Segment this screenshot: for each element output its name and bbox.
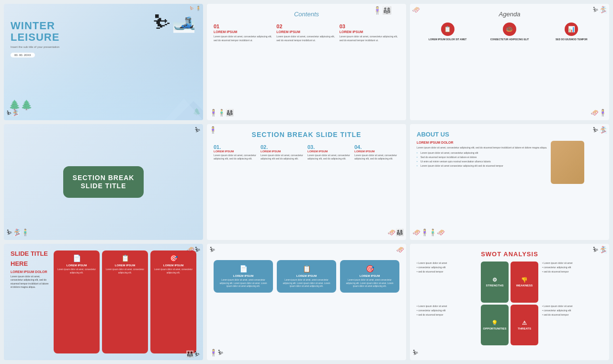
swot-right-column: Lorem ipsum dolor sit amet consectetur a…: [542, 262, 602, 345]
slide-2-contents: 🧍‍♀️👨‍👩‍👧 Contents 01 LOREM IPSUM Lorem …: [207, 4, 406, 120]
slide5-col1-text: Lorem ipsum dolor sit amet, consectetur …: [214, 154, 259, 160]
blue-card-2-text: Lorem ipsum dolor sit amet, amet consect…: [281, 279, 332, 288]
slide8-bottom-figure: 🧍‍♀️⛷: [209, 349, 224, 356]
slide6-subtitle: LOREM IPSUM DOLOR: [417, 141, 547, 144]
section-break-title-line1: SECTION BREAK: [73, 174, 135, 182]
swot-threats-icon: ⚠: [522, 320, 527, 326]
agenda-item-1: 📋 LOREM IPSUM DOLOR SIT AMET: [417, 23, 478, 41]
bullet-2: Sed do eiusmod tempor incididunt ut labo…: [417, 156, 547, 159]
slide1-subtitle: Insert the sub title of your presentatio…: [11, 45, 196, 49]
agenda-label-3: SED DO EIUSMOD TEMPOR: [541, 38, 602, 41]
slide-6-about-us: ⛷🏂 ABOUT US LOREM IPSUM DOLOR Lorem ipsu…: [410, 124, 609, 240]
bullet-1: Lorem ipsum dolor sit amet, consectetur …: [417, 151, 547, 155]
agenda-circle-1: 📋: [441, 23, 454, 36]
slide5-col4-text: Lorem ipsum dolor sit amet, consectetur …: [354, 154, 399, 160]
slide6-bottom-figures: 🛷🧍‍♀️🧍‍♂️🛷: [412, 228, 445, 236]
blue-card-2-icon: 📋: [281, 265, 332, 273]
col3-title: LOREM IPSUM: [340, 30, 399, 34]
red-card-3-icon: 🎯: [153, 254, 194, 262]
slide3-agenda-icons: 📋 LOREM IPSUM DOLOR SIT AMET 🍩 CONSECTET…: [417, 23, 602, 41]
slide9-title: SWOT ANALYSIS: [417, 250, 602, 258]
slide5-top-figure-left: 🧍‍♀️: [209, 126, 217, 134]
content-col-2: 02 LOREM IPSUM Lorem ipsum dolor sit ame…: [276, 23, 336, 42]
blue-card-3: 🎯 LOREM IPSUM Lorem ipsum dolor sit amet…: [340, 260, 399, 293]
red-card-1-text: Lorem ipsum dolor sit amet, consectetur …: [56, 268, 97, 274]
slide7-text: Lorem ipsum dolor sit amet, consectetur …: [11, 275, 49, 289]
slide5-col-2: 02. LOREM IPSUM Lorem ipsum dolor sit am…: [261, 144, 306, 160]
slide2-bottom-figures: 🧍‍♀️🧍‍♂️👨‍👩‍👧: [209, 109, 234, 116]
content-col-1: 01 LOREM IPSUM Lorem ipsum dolor sit ame…: [214, 23, 273, 42]
swot-weakness-label: WEAKNESS: [516, 284, 533, 287]
col1-title: LOREM IPSUM: [214, 30, 273, 34]
slide7-subtitle: LOREM IPSUM DOLOR: [11, 270, 49, 273]
slide7-red-cards: 📄 LOREM IPSUM Lorem ipsum dolor sit amet…: [54, 250, 196, 353]
slide6-text-section: LOREM IPSUM DOLOR Lorem ipsum dolor sit …: [417, 141, 547, 184]
slide6-bullets: Lorem ipsum dolor sit amet, consectetur …: [417, 151, 547, 168]
blue-card-3-text: Lorem ipsum dolor sit amet, amet consect…: [344, 279, 396, 288]
col3-text: Lorem ipsum dolor sit amet, consectetur …: [340, 35, 399, 42]
red-card-3-text: Lorem ipsum dolor sit amet, consectetur …: [153, 268, 194, 274]
slide9-bottom-figure: ⛷: [412, 349, 419, 356]
slide5-col-1: 01. LOREM IPSUM Lorem ipsum dolor sit am…: [214, 144, 259, 160]
slide5-col4-num: 04.: [354, 144, 399, 150]
agenda-icon-1: 📋: [444, 26, 451, 33]
blue-card-1: 📄 LOREM IPSUM Lorem ipsum dolor sit amet…: [214, 260, 273, 293]
swot-layout: Lorem ipsum dolor sit amet consectetur a…: [417, 262, 602, 345]
slide6-top-figure: ⛷🏂: [592, 126, 607, 134]
slide5-col3-num: 03.: [307, 144, 352, 150]
slide5-col1-num: 01.: [214, 144, 259, 150]
swot-left-column: Lorem ipsum dolor sit amet consectetur a…: [417, 262, 477, 345]
swot-left-bot-1: Lorem ipsum dolor sit amet: [417, 305, 477, 308]
blue-card-2: 📋 LOREM IPSUM Lorem ipsum dolor sit amet…: [277, 260, 336, 293]
red-card-2: 📋 LOREM IPSUM Lorem ipsum dolor sit amet…: [102, 250, 148, 353]
col2-text: Lorem ipsum dolor sit amet, consectetur …: [276, 35, 336, 42]
slide7-top-figure: 🛷⛷: [186, 246, 201, 253]
swot-right-top-2: consectetur adipiscing elit: [542, 266, 602, 269]
slide5-col1-title: LOREM IPSUM: [214, 150, 259, 153]
slide-7-slide-title: 🛷⛷ SLIDE TITLE HERE LOREM IPSUM DOLOR Lo…: [4, 244, 203, 360]
blue-card-3-title: LOREM IPSUM: [344, 274, 396, 277]
slide5-col-4: 04. LOREM IPSUM Lorem ipsum dolor sit am…: [354, 144, 399, 160]
red-card-3: 🎯 LOREM IPSUM Lorem ipsum dolor sit amet…: [150, 250, 196, 353]
swot-opportunities-box: 💡 OPPORTUNITIES: [481, 305, 509, 345]
agenda-item-3: 📊 SED DO EIUSMOD TEMPOR: [541, 23, 602, 41]
swot-right-top: Lorem ipsum dolor sit amet consectetur a…: [542, 262, 602, 302]
red-card-2-title: LOREM IPSUM: [104, 264, 146, 267]
slide-5-section-break-2: 🧍‍♀️ SECTION BREAK SLIDE TITLE 01. LOREM…: [207, 124, 406, 240]
slide2-top-figures: 🧍‍♀️👨‍👩‍👧: [373, 6, 392, 15]
slide3-top-left-figure: 🛷: [412, 6, 420, 13]
red-card-2-text: Lorem ipsum dolor sit amet, consectetur …: [104, 268, 146, 274]
col2-num: 02: [276, 23, 336, 29]
swot-right-top-1: Lorem ipsum dolor sit amet: [542, 262, 602, 265]
blue-card-3-icon: 🎯: [344, 265, 396, 273]
tree-figure-left: 🌲🌲: [9, 99, 33, 111]
swot-weakness-icon: 👎: [521, 277, 528, 283]
person-figure-1: 🧍: [195, 6, 201, 11]
bullet-4: Lorem ipsum dolor sit amet consectetur a…: [417, 164, 547, 168]
col1-text: Lorem ipsum dolor sit amet, consectetur …: [214, 35, 273, 42]
swot-left-top: Lorem ipsum dolor sit amet consectetur a…: [417, 262, 477, 302]
slide6-image: [551, 141, 584, 184]
slide-9-swot: ⛷🏂 SWOT ANALYSIS Lorem ipsum dolor sit a…: [410, 244, 609, 360]
skier-figure-1: ⛷: [190, 6, 194, 11]
red-card-1-title: LOREM IPSUM: [56, 264, 97, 267]
swot-strengths-icon: ⚙: [492, 277, 497, 283]
slide7-title-line1: SLIDE TITLE: [11, 250, 49, 257]
slide1-header-figures: ⛷ 🧍: [190, 6, 201, 11]
red-card-1-icon: 📄: [56, 254, 97, 262]
slide6-title: ABOUT US: [417, 131, 602, 138]
swot-left-bottom: Lorem ipsum dolor sit amet consectetur a…: [417, 305, 477, 345]
col3-num: 03: [340, 23, 399, 29]
swot-threats-label: THREATS: [518, 327, 531, 330]
slide9-top-figure: ⛷🏂: [592, 246, 607, 253]
slide5-col3-title: LOREM IPSUM: [307, 150, 352, 153]
slide5-columns: 01. LOREM IPSUM Lorem ipsum dolor sit am…: [214, 144, 399, 160]
slide2-title: Contents: [214, 11, 399, 18]
swot-right-bot-2: consectetur adipiscing elit: [542, 309, 602, 312]
swot-right-bot-3: sed do eiusmod tempor: [542, 313, 602, 317]
swot-threats-box: ⚠ THREATS: [511, 305, 538, 345]
slide8-top-figure-right: 🛷: [396, 246, 404, 253]
slide8-blue-cards: 📄 LOREM IPSUM Lorem ipsum dolor sit amet…: [214, 260, 399, 293]
agenda-icon-2: 🍩: [506, 26, 513, 33]
slide-1-winter-leisure: ⛷ 🧍 ⛷🎿 🌲🌲 🌲 WINTER LEISURE Insert the su…: [4, 4, 203, 120]
